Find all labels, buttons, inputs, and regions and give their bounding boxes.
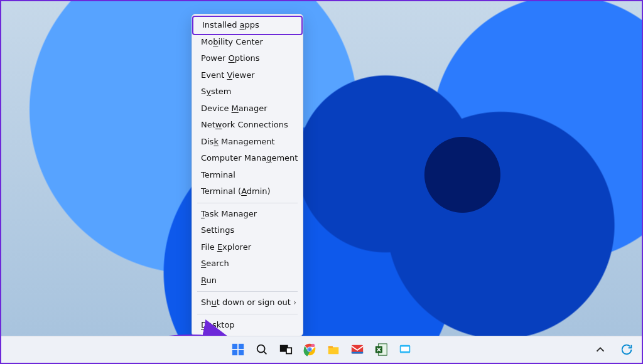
menu-item-text-post: dmin) xyxy=(247,186,271,196)
menu-item-power-options[interactable]: Power Options xyxy=(192,50,303,67)
menu-item-computer-management[interactable]: Computer Management xyxy=(192,150,303,167)
search-icon[interactable] xyxy=(253,341,271,358)
menu-item-text-pre: Terminal xyxy=(201,170,235,179)
svg-point-12 xyxy=(311,344,315,348)
chevron-right-icon: › xyxy=(293,294,296,311)
menu-item-text-pre: Mo xyxy=(201,37,213,46)
excel-icon[interactable] xyxy=(372,341,390,358)
menu-item-text-post: anager xyxy=(239,104,267,113)
wallpaper-image xyxy=(1,1,642,363)
menu-item-system[interactable]: System xyxy=(192,83,303,100)
menu-item-installed-apps[interactable]: Installed apps xyxy=(192,16,303,35)
menu-item-text-post: t down or sign out xyxy=(217,297,291,307)
explorer-icon[interactable] xyxy=(325,341,342,358)
menu-item-text-post: xplorer xyxy=(222,242,251,252)
menu-item-desktop[interactable]: Desktop xyxy=(192,317,303,334)
chrome-icon[interactable] xyxy=(301,341,318,358)
svg-rect-15 xyxy=(352,352,363,354)
svg-rect-20 xyxy=(401,346,409,351)
svg-point-4 xyxy=(257,345,265,353)
svg-point-11 xyxy=(308,348,311,351)
mail-icon[interactable] xyxy=(349,341,366,358)
menu-item-accelerator: D xyxy=(201,320,207,329)
menu-item-text-post: Management xyxy=(219,137,275,146)
menu-item-text-pre: Settings xyxy=(201,225,234,235)
menu-separator xyxy=(197,291,298,292)
menu-separator xyxy=(197,203,298,203)
taskview-icon[interactable] xyxy=(277,341,294,358)
menu-item-accelerator: O xyxy=(228,53,234,63)
menu-item-terminal-admin[interactable]: Terminal (Admin) xyxy=(192,183,303,200)
menu-item-text-pre: File xyxy=(201,242,217,252)
menu-item-text-pre: Installed xyxy=(202,20,240,29)
menu-item-text-post: esktop xyxy=(207,320,235,329)
menu-item-terminal[interactable]: Terminal xyxy=(192,167,303,184)
menu-item-accelerator: M xyxy=(232,104,239,113)
menu-item-text-post: ork Connections xyxy=(222,120,288,129)
menu-item-network-connections[interactable]: Network Connections xyxy=(192,117,303,134)
menu-item-accelerator: V xyxy=(227,70,232,80)
svg-rect-1 xyxy=(239,344,244,349)
winx-context-menu: Installed appsMobility CenterPower Optio… xyxy=(192,14,303,336)
menu-item-text-pre: Event xyxy=(201,70,227,80)
menu-item-accelerator: u xyxy=(212,297,217,307)
menu-item-text-pre: Sh xyxy=(201,297,212,307)
menu-item-text-post: iewer xyxy=(232,70,255,80)
menu-item-accelerator: E xyxy=(217,242,222,252)
svg-rect-13 xyxy=(328,346,333,348)
menu-item-file-explorer[interactable]: File Explorer xyxy=(192,239,303,256)
menu-item-text-post: ask Manager xyxy=(205,209,257,218)
menu-item-text-post: ement xyxy=(271,153,298,163)
menu-item-accelerator: k xyxy=(213,137,219,146)
svg-rect-7 xyxy=(286,348,291,353)
menu-item-run[interactable]: Run xyxy=(192,272,303,289)
menu-item-text-pre: Dis xyxy=(201,137,213,146)
menu-item-text-pre: Device xyxy=(201,104,232,113)
menu-item-accelerator: A xyxy=(241,186,247,196)
svg-rect-2 xyxy=(232,350,237,355)
menu-item-text-pre: Computer Mana xyxy=(201,153,266,163)
svg-rect-0 xyxy=(232,344,237,349)
menu-item-mobility-center[interactable]: Mobility Center xyxy=(192,34,303,51)
menu-item-shut-down-or-sign-out[interactable]: Shut down or sign out› xyxy=(192,294,303,311)
menu-item-event-viewer[interactable]: Event Viewer xyxy=(192,67,303,84)
menu-item-text-pre: Power xyxy=(201,53,228,63)
menu-item-device-manager[interactable]: Device Manager xyxy=(192,100,303,117)
menu-item-accelerator: y xyxy=(206,87,211,96)
sync-icon[interactable] xyxy=(618,341,635,358)
menu-item-text-pre: Terminal ( xyxy=(201,186,241,196)
menu-item-text-post: ptions xyxy=(235,53,260,63)
menu-item-text-post: earch xyxy=(206,259,229,268)
menu-item-disk-management[interactable]: Disk Management xyxy=(192,134,303,151)
menu-item-task-manager[interactable]: Task Manager xyxy=(192,206,303,223)
start-icon[interactable] xyxy=(229,341,247,358)
menu-item-text-post: ility Center xyxy=(218,37,263,46)
menu-item-accelerator: w xyxy=(215,120,222,129)
menu-item-text-post: pps xyxy=(244,20,259,29)
taskbar xyxy=(1,336,642,363)
edge-tool-icon[interactable] xyxy=(396,341,414,358)
menu-item-search[interactable]: Search xyxy=(192,255,303,272)
chevron-up-icon[interactable] xyxy=(592,341,609,358)
menu-item-text-post: stem xyxy=(211,87,232,96)
svg-rect-3 xyxy=(239,350,244,355)
menu-item-settings[interactable]: Settings xyxy=(192,222,303,239)
menu-item-text-post: un xyxy=(206,276,216,285)
menu-separator xyxy=(197,314,298,314)
menu-item-text-pre: Net xyxy=(201,120,215,129)
svg-line-5 xyxy=(264,351,266,354)
desktop-screen: Installed appsMobility CenterPower Optio… xyxy=(0,0,643,364)
